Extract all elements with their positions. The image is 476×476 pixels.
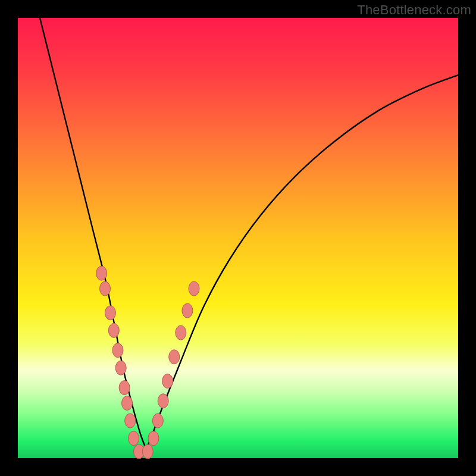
watermark-text: TheBottleneck.com <box>357 2 471 18</box>
data-marker <box>119 381 130 395</box>
data-marker <box>142 444 153 459</box>
markers-group <box>96 266 199 459</box>
data-marker <box>182 303 193 318</box>
data-marker <box>100 281 111 296</box>
data-marker <box>189 281 199 296</box>
data-marker <box>152 414 163 428</box>
data-marker <box>148 431 159 446</box>
chart-frame: TheBottleneck.com <box>0 0 476 476</box>
data-marker <box>122 396 133 411</box>
data-marker <box>112 343 123 358</box>
curve-left <box>40 18 150 458</box>
data-marker <box>108 323 119 337</box>
data-marker <box>158 394 168 408</box>
data-marker <box>105 306 115 320</box>
data-marker <box>129 431 139 446</box>
chart-svg <box>18 18 458 458</box>
data-marker <box>115 361 126 375</box>
data-marker <box>162 374 173 389</box>
data-marker <box>176 325 186 340</box>
curve-right <box>141 75 458 458</box>
data-marker <box>125 414 136 428</box>
data-marker <box>169 350 180 364</box>
data-marker <box>96 266 107 280</box>
curve-path <box>40 18 150 458</box>
curve-path <box>141 75 458 458</box>
